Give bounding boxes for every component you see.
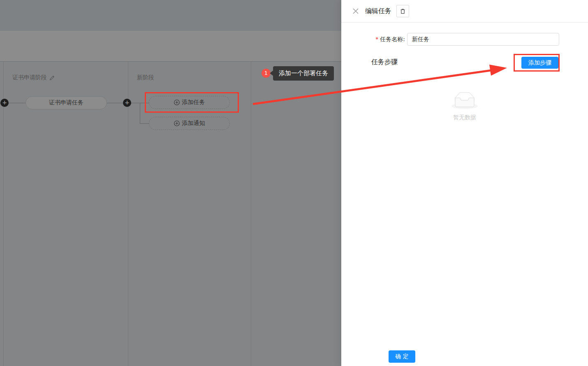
drawer-header: 编辑任务 [341,0,588,23]
empty-state: 暂无数据 [341,92,588,121]
empty-state-text: 暂无数据 [341,114,588,121]
drawer-title: 编辑任务 [365,7,391,16]
empty-box-icon [451,92,478,109]
delete-task-button[interactable] [396,5,409,17]
confirm-button[interactable]: 确 定 [389,350,415,363]
add-step-button[interactable]: 添加步骤 [521,57,558,69]
close-icon[interactable] [353,8,359,14]
required-asterisk: * [375,36,378,42]
guide-tooltip: 添加一个部署任务 [273,66,334,81]
task-steps-label: 任务步骤 [371,58,398,67]
guide-step-badge: 1 [262,69,271,78]
task-name-label: *任务名称: [341,36,405,43]
trash-icon [400,8,406,14]
task-name-input[interactable] [407,33,559,46]
edit-task-drawer: 编辑任务 *任务名称: 任务步骤 添加步骤 暂无数据 确 定 [341,0,588,366]
